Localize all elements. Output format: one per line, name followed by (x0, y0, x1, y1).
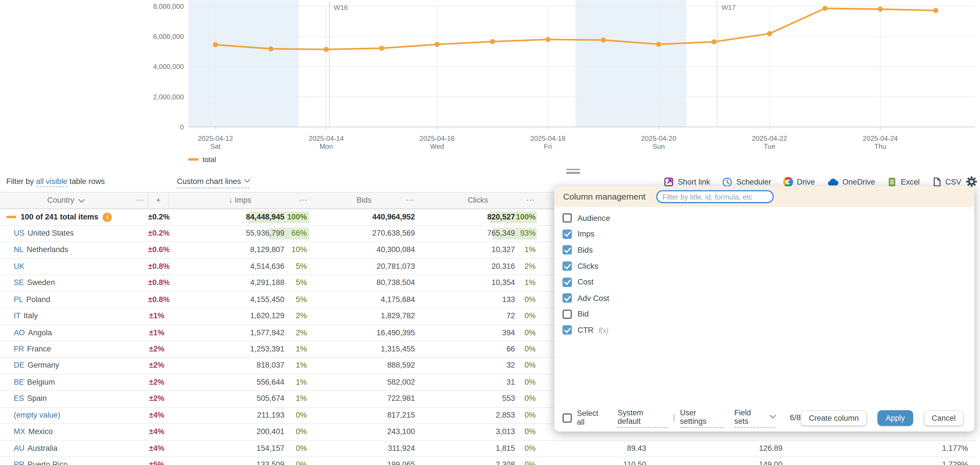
chart-resize-handle[interactable] (566, 169, 581, 175)
bids-cell: 16,490,395 (311, 325, 418, 341)
checked-checkbox[interactable] (563, 229, 572, 239)
checked-checkbox[interactable] (563, 293, 572, 303)
clicks-cell: 2,308 (417, 457, 515, 465)
country-code-link[interactable]: AU (14, 444, 24, 452)
country-code-link[interactable]: FR (14, 345, 24, 354)
country-code-link[interactable]: SE (14, 279, 24, 287)
column-toggle-adv-cost[interactable]: Adv Cost (554, 290, 974, 306)
svg-text:0: 0 (180, 123, 184, 131)
weekend-band (188, 0, 299, 127)
column-header-clicks[interactable]: Clicks ⋯ (417, 193, 538, 208)
imps-cell: 55,936,799 (169, 226, 285, 242)
checked-checkbox[interactable] (563, 245, 572, 255)
adv-cost-cell: 149.00 (650, 457, 789, 465)
country-code-link[interactable]: DE (14, 361, 24, 370)
column-toggle-bid[interactable]: Bid (554, 306, 974, 322)
column-toggle-ctr[interactable]: CTRf(x) (554, 322, 974, 338)
data-point (878, 6, 883, 12)
data-point (767, 31, 772, 36)
column-toggle-audience[interactable]: Audience (554, 210, 974, 226)
country-cell: AUAustralia (0, 441, 148, 457)
clicks-cell: 20,316 (417, 259, 515, 275)
country-name: United States (27, 229, 74, 237)
data-point (213, 42, 218, 47)
column-header-country[interactable]: Country ⋯ (0, 193, 148, 208)
checked-checkbox[interactable] (563, 277, 572, 287)
bids-cell: 4,175,684 (311, 292, 418, 308)
export-excel-button[interactable]: Excel (887, 177, 920, 187)
clicks-cell: 1,815 (417, 441, 515, 457)
column-header-bids[interactable]: Bids ⋯ (311, 193, 418, 208)
country-code-link[interactable]: US (14, 229, 24, 237)
clicks-cell: 765,349 (417, 226, 515, 242)
select-all-checkbox[interactable] (563, 413, 572, 422)
column-toggle-clicks[interactable]: Clicks (554, 258, 974, 274)
country-name: Angola (28, 328, 52, 337)
external-link-icon (664, 177, 674, 187)
field-sets-dropdown[interactable]: Field sets (734, 408, 775, 427)
select-all-control[interactable]: Select all (563, 409, 608, 427)
bids-cell: 440,964,952 (311, 209, 418, 225)
clicks-pct-cell: 0% (515, 424, 538, 440)
country-code-link[interactable]: MX (14, 427, 25, 436)
country-code-link[interactable]: PL (14, 295, 23, 304)
export-short-link-button[interactable]: Short link (664, 177, 710, 187)
export-csv-button[interactable]: CSV (931, 177, 961, 187)
country-code-link[interactable]: NL (14, 245, 24, 254)
country-name: Spain (27, 394, 47, 403)
data-point (434, 42, 439, 47)
checked-checkbox[interactable] (563, 325, 572, 335)
change-cell: ±1% (148, 325, 169, 341)
svg-text:2025-04-18: 2025-04-18 (530, 135, 565, 142)
country-code-link[interactable]: PR (14, 460, 24, 465)
info-icon[interactable]: i (103, 212, 112, 222)
custom-chart-lines-dropdown[interactable]: Custom chart lines (177, 177, 249, 188)
column-header-imps[interactable]: ↓ Imps ⋯ (169, 193, 311, 208)
bids-column-menu-icon[interactable]: ⋯ (406, 193, 415, 208)
imps-cell: 4,155,450 (169, 292, 285, 308)
all-visible-link[interactable]: all visible (36, 177, 68, 187)
checked-checkbox[interactable] (563, 261, 572, 271)
country-code-link[interactable]: IT (14, 311, 21, 320)
export-drive-button[interactable]: Drive (783, 177, 815, 187)
filter-suffix: table rows (70, 177, 105, 186)
country-code-link[interactable]: UK (14, 262, 24, 271)
bids-cell: 270,638,569 (311, 226, 418, 242)
cancel-button[interactable]: Cancel (924, 410, 964, 425)
imps-column-menu-icon[interactable]: ⋯ (299, 193, 307, 208)
system-default-link[interactable]: System default (618, 408, 668, 427)
export-onedrive-button[interactable]: OneDrive (827, 177, 875, 187)
column-toggle-cost[interactable]: Cost (554, 274, 974, 290)
imps-pct-cell: 1% (285, 341, 310, 357)
imps-pct-cell: 0% (285, 408, 310, 424)
column-filter-input[interactable] (656, 190, 774, 203)
export-label: Scheduler (736, 178, 771, 186)
clicks-pct-cell: 0% (515, 374, 538, 390)
bids-cell: 722,981 (311, 391, 418, 407)
apply-button[interactable]: Apply (878, 410, 913, 425)
column-toggle-imps[interactable]: Imps (554, 226, 974, 242)
export-label: OneDrive (842, 178, 875, 186)
country-column-menu-icon[interactable]: ⋯ (135, 193, 145, 208)
country-cell: ESSpain (0, 391, 148, 407)
change-cell: ±2% (148, 341, 169, 357)
country-link[interactable]: (empty value) (14, 411, 60, 420)
export-scheduler-button[interactable]: Scheduler (722, 177, 772, 187)
unchecked-checkbox[interactable] (563, 213, 572, 223)
data-point (601, 37, 606, 43)
country-code-link[interactable]: ES (14, 394, 24, 403)
imps-pct-cell: 66% (285, 226, 310, 242)
data-point (711, 39, 717, 44)
country-code-link[interactable]: AO (14, 328, 25, 337)
change-cell: ±4% (148, 424, 169, 440)
add-column-button[interactable]: + (148, 193, 169, 208)
imps-pct-cell: 1% (285, 374, 310, 390)
column-toggle-bids[interactable]: Bids (554, 242, 974, 258)
unchecked-checkbox[interactable] (563, 309, 572, 319)
column-toggle-label: Bid (578, 310, 589, 318)
clicks-column-menu-icon[interactable]: ⋯ (526, 193, 535, 208)
country-code-link[interactable]: BE (14, 377, 24, 386)
user-settings-link[interactable]: User settings (680, 408, 724, 427)
create-column-button[interactable]: Create column (801, 410, 867, 425)
footer-separator: | (673, 413, 675, 422)
